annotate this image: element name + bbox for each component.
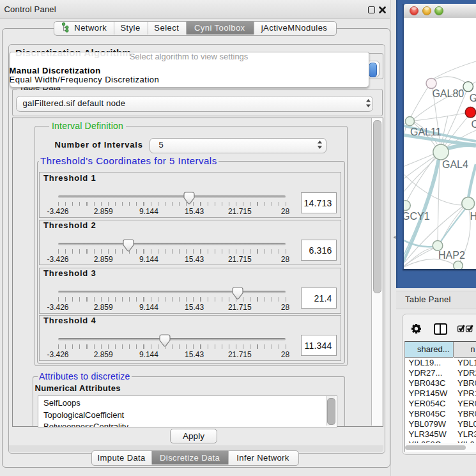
svg-text:G: G [470,93,476,104]
svg-text:GCY1: GCY1 [404,211,430,222]
svg-text:C: C [472,119,476,130]
svg-text:GAL11: GAL11 [410,127,441,137]
svg-text:GAL80: GAL80 [432,88,464,99]
svg-text:HAP2: HAP2 [438,250,465,261]
svg-text:GAL4: GAL4 [442,159,468,170]
svg-text:HI: HI [470,211,476,222]
